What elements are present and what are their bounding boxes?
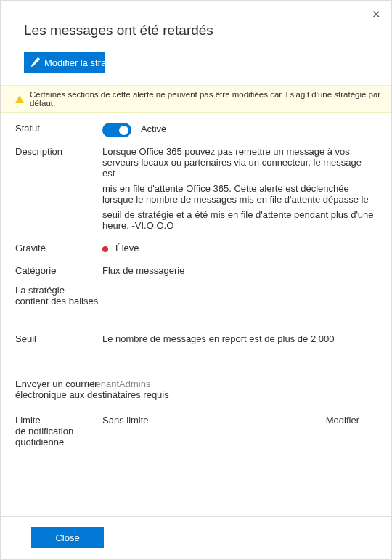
severity-label: Gravité [15, 243, 102, 253]
page-title: Les messages ont été retardés [24, 23, 368, 38]
recipients-label: Envoyer un courrier électronique aux des… [15, 378, 374, 400]
divider [15, 365, 374, 365]
threshold-label: Seuil [15, 333, 102, 344]
warning-banner: Certaines sections de cette alerte ne pe… [1, 85, 391, 113]
close-icon[interactable]: ✕ [372, 8, 381, 21]
category-label: Catégorie [15, 265, 102, 276]
limit-value: Sans limite [102, 415, 326, 426]
status-label: Statut [15, 123, 102, 134]
status-value: Activé [141, 123, 166, 134]
divider [15, 320, 374, 320]
threshold-value: Le nombre de messages en report est de p… [102, 333, 374, 344]
edit-policy-label: Modifier la stratégie [44, 57, 105, 68]
description-label: Description [15, 146, 102, 157]
modify-link[interactable]: Modifier [326, 415, 359, 426]
limit-label: Limite de notification quotidienne [15, 415, 102, 447]
severity-value: Élevé [115, 243, 139, 253]
warning-text: Certaines sections de cette alerte ne pe… [30, 90, 384, 107]
warning-icon [15, 95, 24, 103]
severity-dot-icon [102, 246, 108, 252]
category-value: Flux de messagerie [102, 265, 374, 276]
footer-divider [1, 514, 391, 514]
status-toggle[interactable] [102, 123, 131, 137]
edit-policy-button[interactable]: Modifier la stratégie [24, 52, 105, 73]
tags-label: La stratégie contient des balises [15, 285, 98, 307]
close-button[interactable]: Close [31, 527, 104, 548]
pencil-icon [30, 57, 40, 68]
description-value: Lorsque Office 365 pouvez pas remettre u… [102, 146, 374, 231]
